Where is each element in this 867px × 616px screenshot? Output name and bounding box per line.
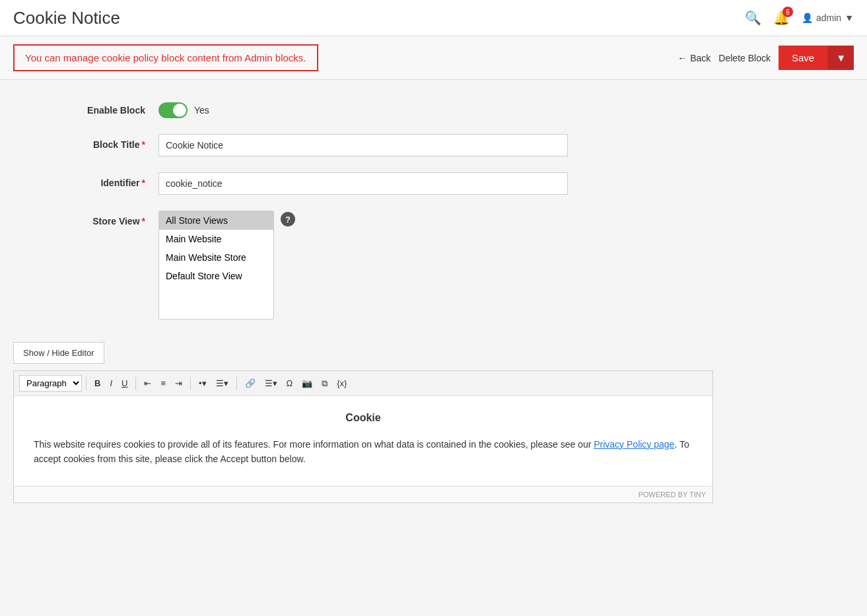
italic-button[interactable]: I [106,376,116,391]
header: Cookie Notice 🔍 🔔 6 👤 admin ▼ [0,0,867,36]
save-dropdown-button[interactable]: ▼ [827,46,854,70]
toggle-slider [158,102,188,118]
enable-block-toggle[interactable] [158,102,188,118]
notice-actions: ← Back Delete Block Save ▼ [677,46,854,70]
image-button[interactable]: 📷 [298,376,316,391]
layers-button[interactable]: ⧉ [318,376,331,392]
privacy-policy-link[interactable]: Privacy Policy page [594,439,674,450]
separator-2 [135,377,136,390]
bold-button[interactable]: B [90,376,104,391]
paragraph-select[interactable]: Paragraph [19,375,82,392]
editor-area: Paragraph B I U ⇤ ≡ ⇥ •▾ ☰▾ 🔗 ☰▾ Ω 📷 ⧉ {… [13,370,713,503]
toggle-yes-label: Yes [194,105,209,116]
chevron-down-icon: ▼ [845,13,854,23]
enable-block-label: Enable Block [13,100,158,116]
identifier-input[interactable] [158,172,568,195]
block-title-label: Block Title* [13,134,158,150]
identifier-control [158,172,568,195]
editor-content[interactable]: Cookie This website requires cookies to … [14,396,712,486]
unordered-list-button[interactable]: •▾ [195,376,211,391]
editor-body: This website requires cookies to provide… [34,437,693,467]
underline-button[interactable]: U [118,376,131,391]
block-title-row: Block Title* [13,134,713,156]
block-title-control [158,134,568,156]
block-title-input[interactable] [158,134,568,156]
admin-label: admin [816,13,841,23]
omega-button[interactable]: Ω [283,376,297,391]
separator-3 [190,377,191,390]
option-all-store-views[interactable]: All Store Views [159,211,273,230]
option-default-store-view[interactable]: Default Store View [159,267,273,285]
option-main-website[interactable]: Main Website [159,230,273,248]
user-icon: 👤 [802,13,813,23]
option-main-website-store[interactable]: Main Website Store [159,248,273,267]
save-button[interactable]: Save [779,46,827,70]
identifier-row: Identifier* [13,172,713,195]
show-hide-editor-button[interactable]: Show / Hide Editor [13,342,104,364]
align-left-button[interactable]: ⇤ [140,376,155,391]
variable-button[interactable]: {x} [333,376,351,391]
align-center-button[interactable]: ≡ [156,376,170,391]
editor-heading: Cookie [34,409,693,427]
link-button[interactable]: 🔗 [241,376,260,391]
notification-badge: 6 [782,7,793,17]
editor-toolbar: Paragraph B I U ⇤ ≡ ⇥ •▾ ☰▾ 🔗 ☰▾ Ω 📷 ⧉ {… [14,371,712,396]
required-star-3: * [142,216,145,226]
enable-block-control: Yes [158,100,568,118]
show-hide-editor-row: Show / Hide Editor [13,335,713,370]
identifier-label: Identifier* [13,172,158,188]
search-icon[interactable]: 🔍 [745,10,761,26]
save-button-group: Save ▼ [779,46,854,70]
notifications-icon[interactable]: 🔔 6 [773,10,790,26]
page-title: Cookie Notice [13,8,120,28]
notice-message: You can manage cookie policy block conte… [13,44,318,71]
arrow-left-icon: ← [677,53,687,63]
align-right-button[interactable]: ⇥ [171,376,186,391]
store-view-control: All Store Views Main Website Main Websit… [158,211,568,320]
store-view-select[interactable]: All Store Views Main Website Main Websit… [158,211,274,320]
main-content: Enable Block Yes Block Title* Identifier… [0,80,726,516]
required-star-2: * [142,178,145,188]
store-view-label: Store View* [13,211,158,226]
admin-user-menu[interactable]: 👤 admin ▼ [802,13,854,23]
separator-1 [86,377,87,390]
table-button[interactable]: ☰▾ [261,376,281,391]
delete-block-button[interactable]: Delete Block [718,53,771,63]
back-button[interactable]: ← Back [677,53,711,63]
help-icon[interactable]: ? [281,212,295,226]
required-star: * [142,139,145,150]
toggle-wrap: Yes [158,100,568,118]
notice-bar: You can manage cookie policy block conte… [0,36,867,80]
paragraph-dropdown[interactable]: Paragraph [19,375,82,392]
ordered-list-button[interactable]: ☰▾ [212,376,232,391]
header-actions: 🔍 🔔 6 👤 admin ▼ [745,10,854,26]
back-label: Back [690,53,711,63]
enable-block-row: Enable Block Yes [13,100,713,118]
editor-footer: POWERED BY TINY [14,486,712,502]
store-view-row: Store View* All Store Views Main Website… [13,211,713,320]
store-view-wrap: All Store Views Main Website Main Websit… [158,211,568,320]
separator-4 [236,377,237,390]
